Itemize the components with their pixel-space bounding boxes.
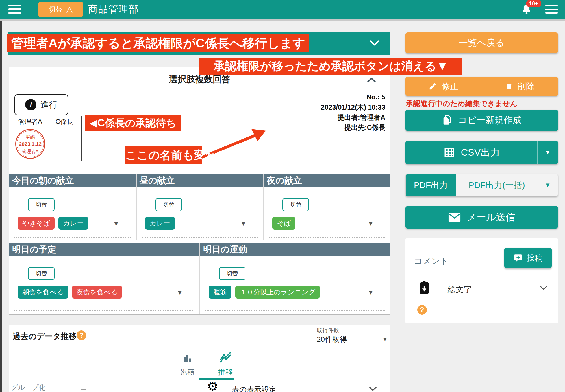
approval-stamp-cell: 承認 2023.1.12 管理者A [13,127,47,161]
section-title: 明日の運動 [200,243,390,256]
tab-cumulative[interactable]: 累積 [175,353,200,377]
collapse-chevron-up-icon[interactable] [367,77,376,83]
section-lunch: 昼の献立 切替 カレー ▼ [137,174,263,240]
history-card: 過去のデータ推移 ? 取得件数 20件取得 ▼ 累積 推移 グループ化 ⚙ 表の… [9,325,390,392]
send-mail-label: メール送信 [467,211,515,224]
copy-create-label: コピー新規作成 [458,114,522,126]
pdf-batch-export-button[interactable]: PDF出力(一括) [456,174,538,196]
post-comment-button[interactable]: 投稿 [504,248,552,268]
answer-sections-row2: 明日の予定 切替 朝食を食べる 夜食を食べる ▼ 明日の運動 切替 腹筋 １０分 [9,243,390,314]
csv-dropdown-button[interactable]: ▼ [537,141,558,164]
mail-icon [448,212,461,222]
section-tomorrow-exercise: 明日の運動 切替 腹筋 １０分以上のランニング ▼ [200,243,390,314]
pdf-export-group: PDF出力 PDF出力(一括) ▼ [405,174,558,196]
csv-export-button[interactable]: CSV出力 [405,141,537,164]
entry-number: No.: 5 [321,92,385,102]
edit-button[interactable]: 修正 [405,77,482,96]
gear-icon[interactable]: ⚙ [207,380,218,392]
approval-flow-banner[interactable]: 管理者Aが承認すると承認権限がC係長へ移行します [8,32,390,55]
chevron-down-icon[interactable] [370,40,380,46]
triangle-icon: △ [66,5,73,14]
menu-icon[interactable] [8,5,21,14]
pdf-dropdown-button[interactable]: ▼ [538,174,558,196]
help-icon[interactable]: ? [77,330,86,340]
answer-tag[interactable]: やきそば [18,217,55,230]
send-mail-button[interactable]: メール送信 [405,206,558,229]
answer-tag[interactable]: 夜食を食べる [72,286,122,299]
comment-title: コメント [414,255,449,267]
answer-dropdown-icon[interactable]: ▼ [367,220,374,227]
answer-tag[interactable]: そば [272,217,295,230]
app-screen: 切替 △ 商品管理部 10+ 管理者Aが承認すると承認権限がC係長へ移行します … [0,0,565,392]
table-settings-chevron-icon[interactable] [369,386,377,391]
entry-submitter: 提出者:管理者A [321,112,385,122]
edit-delete-bar: 修正 削除 [405,77,558,96]
fetch-count-select[interactable]: 20件取得 [317,334,347,344]
progress-button[interactable]: i 進行 [14,94,68,115]
pencil-icon [429,82,437,91]
fetch-select-underline [317,349,388,349]
trash-icon [505,82,513,91]
fetch-dropdown-icon[interactable]: ▼ [382,336,388,343]
answer-tags: カレー [145,217,175,230]
section-breakfast: 今日の朝の献立 切替 やきそば カレー ▼ [9,174,136,240]
edit-label: 修正 [442,81,458,92]
answer-dropdown-icon[interactable]: ▼ [367,288,374,296]
stamp-user: 管理者A [22,149,39,155]
trend-line-icon [219,352,232,363]
section-body: 切替 朝食を食べる 夜食を食べる ▼ [9,256,199,314]
groupby-control-partial[interactable] [81,389,86,390]
toggle-button[interactable]: 切替 [219,267,245,280]
entry-submit-to: 提出先:C係長 [321,122,385,133]
entry-datetime: 2023/01/12(木) 10:33 [321,102,385,112]
csv-export-split-button: CSV出力 ▼ [405,141,558,164]
add-comment-icon [513,253,523,263]
answer-tag[interactable]: 朝食を食べる [18,286,68,299]
answer-tags: 朝食を食べる 夜食を食べる [18,286,122,299]
fetch-count-label: 取得件数 [317,327,339,334]
toggle-button[interactable]: 切替 [28,198,55,211]
answer-tag[interactable]: カレー [58,217,88,230]
answer-tags: 腹筋 １０分以上のランニング [209,286,320,299]
dropdown-icon: ▼ [545,181,551,189]
groupby-label: グループ化 [11,383,45,392]
page-title: 商品管理部 [88,3,139,16]
table-settings-label[interactable]: 表の表示設定 [232,385,276,392]
section-body: 切替 やきそば カレー ▼ [9,187,136,240]
stamp-date: 2023.1.12 [18,141,42,148]
copy-create-button[interactable]: コピー新規作成 [405,110,558,131]
answer-dropdown-icon[interactable]: ▼ [113,220,119,227]
section-title: 昼の献立 [137,174,263,187]
tab-label: 累積 [175,367,200,377]
pdf-export-button[interactable]: PDF出力 [406,174,456,196]
answer-tag[interactable]: カレー [145,217,175,230]
answer-dropdown-icon[interactable]: ▼ [176,288,183,296]
switch-department-button[interactable]: 切替 △ [38,2,83,17]
toggle-button[interactable]: 切替 [28,267,55,280]
tab-trend[interactable]: 推移 [211,352,240,377]
back-to-list-button[interactable]: 一覧へ戻る [405,32,558,53]
section-title: 明日の予定 [9,243,199,256]
comment-card: コメント 投稿 絵文字 ? [405,238,558,323]
progress-label: 進行 [40,99,57,111]
emoji-chevron-down-icon[interactable] [539,285,548,290]
delete-button[interactable]: 削除 [482,77,558,96]
card-title: 選択肢複数回答 [9,73,390,85]
help-icon[interactable]: ? [417,305,427,315]
left-drawer-edge [0,21,2,392]
tab-label: 推移 [211,367,240,377]
emoji-label: 絵文字 [448,284,471,295]
section-title: 夜の献立 [264,174,390,187]
answer-dropdown-icon[interactable]: ▼ [240,220,247,227]
toggle-button[interactable]: 切替 [282,198,309,211]
answer-tags: そば [272,217,295,230]
comment-divider [413,277,550,277]
approval-stamp: 承認 2023.1.12 管理者A [15,129,45,159]
answer-tag[interactable]: 腹筋 [209,286,231,299]
annotation-approve-button-gone: 承認権限が移ったため承認ボタンは消える▼ [199,58,462,75]
emoji-picker-icon[interactable] [418,281,431,295]
toggle-button[interactable]: 切替 [155,198,182,211]
switch-label: 切替 [49,5,62,14]
delete-label: 削除 [518,81,534,92]
answer-tag[interactable]: １０分以上のランニング [235,286,320,299]
